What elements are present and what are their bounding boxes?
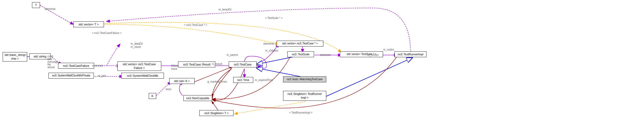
node-ns3-Time: ns3::Time: [233, 77, 253, 83]
label-m-parent: m_parent: [227, 53, 238, 56]
label-TestRunnerImpl-template: < TestRunnerImpl >: [289, 111, 312, 114]
label-file: file: [47, 63, 51, 66]
label-clock: clock: [171, 67, 177, 70]
node-ns3-TestRunnerImpl: ns3::TestRunnerImpl: [395, 51, 426, 57]
svg-line-8: [212, 102, 219, 111]
svg-line-14: [257, 68, 305, 78]
label-elements-3: elements: [263, 42, 274, 45]
label-m-children: m_children: [265, 49, 278, 52]
node-ns3-TestSuite: ns3::TestSuite: [287, 51, 314, 57]
diagram-container: T std::vector< T > std::basic_string<cha…: [0, 0, 644, 139]
node-ns3-Singleton-TestRunnerImpl: ns3::Singleton< TestRunnerImpl >: [283, 91, 326, 101]
node-ns3-TestCase: ns3::TestCase: [229, 61, 257, 67]
node-std-set-K: std::set< K >: [169, 78, 195, 84]
label-TestCaseFailure-template: < ns3::TestCaseFailure >: [92, 32, 122, 34]
label-m-priv: m_priv: [98, 74, 106, 77]
label-TestCase-template: < ns3::TestCase * >: [184, 24, 207, 26]
svg-line-15: [325, 58, 412, 97]
arrows-svg: [0, 0, 644, 139]
label-elements-4: elements: [320, 53, 331, 56]
svg-line-9: [235, 102, 305, 114]
node-std-vector-TestCaseFailure: std::vector< ns3::TestCaseFailure >: [117, 61, 161, 71]
label-elements-1: elements: [45, 7, 56, 10]
node-ns3-SystemWallClockMsPrivate: ns3::SystemWallClockMsPrivate: [49, 73, 94, 79]
svg-line-6: [195, 67, 232, 82]
label-m-name: m_name: [131, 45, 141, 48]
label-m-dataDir: m_dataDir: [131, 42, 143, 45]
node-std-basic-string: std::basic_string<char >: [3, 52, 27, 61]
label-m-suites: m_suites: [383, 48, 394, 51]
node-std-vector-ns3-TestCase: std::vector< ns3::TestCase * >: [277, 41, 323, 47]
node-ns3-NonCopyable: ns3::NonCopyable: [183, 95, 212, 101]
label-m-expiredTime: m_expiredTime: [255, 79, 273, 82]
node-K: K: [149, 93, 156, 99]
node-ns3-TestCaseFailure: ns3::TestCaseFailure: [58, 63, 94, 69]
label-keys: keys: [166, 88, 171, 91]
node-std-vector-T: std::vector< T >: [73, 21, 104, 27]
label-actual: actual: [47, 66, 55, 69]
label-m-tempDir: m_tempDir: [219, 8, 232, 11]
node-ns3-TestCaseResult: ns3::TestCase::Result: [178, 61, 215, 67]
label-message: message: [47, 60, 58, 63]
node-ns3-WatchdogTestCase: ns3::tests::WatchdogTestCase: [283, 76, 326, 82]
label-g-markingTimes: g_markingTimes: [207, 80, 227, 83]
node-ns3-SystemWallClockMs: ns3::SystemWallClockMs: [121, 73, 164, 79]
node-T: T: [32, 2, 40, 8]
node-ns3-Singleton-T: ns3::Singleton< T >: [199, 110, 234, 116]
node-std-vector-TestSuite: std::vector< TestSuite * >: [340, 51, 383, 57]
svg-line-5: [156, 82, 171, 96]
node-std-string: std::string: [29, 53, 51, 59]
label-TestSuite-template: < TestSuite * >: [265, 17, 283, 20]
label-failure: failure: [171, 64, 178, 67]
